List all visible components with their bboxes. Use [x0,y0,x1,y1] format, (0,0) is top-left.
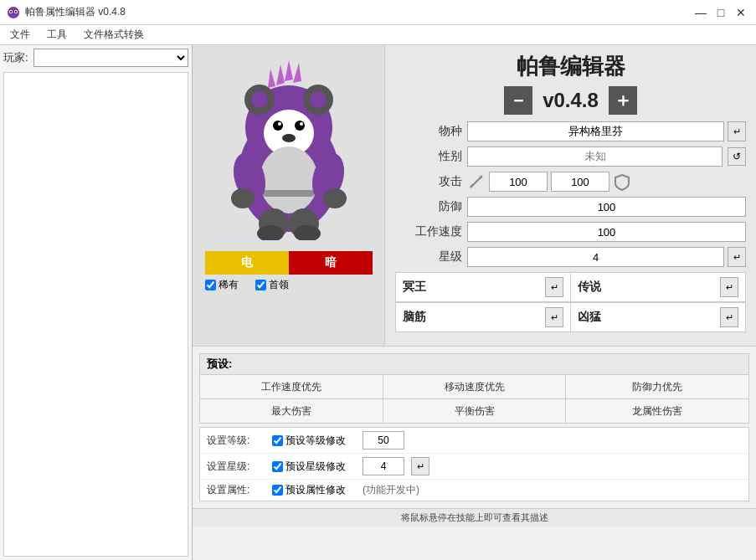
preset-row2: 最大伤害 平衡伤害 龙属性伤害 [200,399,748,423]
minimize-button[interactable]: — [692,4,709,21]
star-check-label[interactable]: 预设星级修改 [272,460,356,474]
menu-format[interactable]: 文件格式转换 [80,26,147,44]
gender-label: 性别 [395,149,462,164]
element-checkbox[interactable] [272,485,283,496]
pal-traits: 稀有 首领 [205,278,373,292]
title-bar: 帕鲁属性编辑器 v0.4.8 — □ ✕ [0,0,756,25]
level-settings-row: 设置等级: 预设等级修改 50 [200,428,748,454]
attack-row: 攻击 100 100 [395,172,746,192]
skill4-arrow-btn[interactable]: ↵ [720,307,738,327]
star-settings-input[interactable]: 4 [363,457,404,475]
defense-input[interactable]: 100 [467,197,746,217]
skill4-name: 凶猛 [578,310,601,325]
skill3-arrow-btn[interactable]: ↵ [545,307,563,327]
sword-icon [467,172,486,191]
svg-point-10 [310,91,327,108]
menu-tools[interactable]: 工具 [44,26,70,44]
title-controls: — □ ✕ [692,4,749,21]
skills-row1: 冥王 ↵ 传说 ↵ [395,272,746,302]
level-checkbox[interactable] [272,435,283,446]
editor-header: 帕鲁编辑器 [395,52,746,81]
star-settings-checkbox[interactable] [272,461,283,472]
shield-right-icon [613,172,631,191]
attack-label: 攻击 [395,174,462,189]
svg-point-19 [295,121,305,131]
skill1-box: 冥王 ↵ [395,272,571,302]
svg-point-20 [278,122,281,126]
svg-marker-12 [285,60,293,81]
preset-balance-btn[interactable]: 平衡伤害 [383,399,567,423]
pal-image [205,56,373,240]
skill2-arrow-btn[interactable]: ↵ [720,277,738,297]
workspeed-input[interactable]: 100 [467,222,746,242]
menu-file[interactable]: 文件 [7,26,33,44]
attack-input1[interactable]: 100 [489,172,548,192]
star-settings-arrow[interactable]: ↵ [411,457,429,475]
pal-image-container [205,52,373,244]
level-input[interactable]: 50 [363,431,404,450]
workspeed-row: 工作速度 100 [395,222,746,242]
svg-point-23 [260,146,318,213]
gender-refresh-btn[interactable]: ↺ [728,147,746,166]
pal-image-section: 电 暗 稀有 首领 [193,45,385,346]
skills-row2: 脑筋 ↵ 凶猛 ↵ [395,302,746,332]
star-settings-label: 设置星级: [207,460,265,474]
svg-point-0 [8,7,19,18]
preset-defense-btn[interactable]: 防御力优先 [566,375,748,398]
attack-input2[interactable]: 100 [551,172,609,192]
svg-marker-11 [276,64,285,85]
trait-boss[interactable]: 首领 [255,278,289,292]
pal-list [3,72,188,557]
preset-row1: 工作速度优先 移动速度优先 防御力优先 [200,375,748,399]
right-panel: 电 暗 稀有 首领 [193,45,756,560]
close-button[interactable]: ✕ [733,4,749,21]
svg-point-18 [273,121,283,131]
star-input[interactable]: 4 [467,247,724,267]
gender-value: 未知 [467,146,723,167]
element-check-label[interactable]: 预设属性修改 [272,483,356,497]
trait-rare[interactable]: 稀有 [205,278,239,292]
skill3-name: 脑筋 [403,310,426,325]
svg-rect-32 [264,190,314,197]
pal-area: 电 暗 稀有 首领 [193,45,756,347]
player-label: 玩家: [3,50,28,65]
level-check-label[interactable]: 预设等级修改 [272,434,356,448]
player-select[interactable] [33,49,188,67]
type-electric: 电 [205,251,289,275]
presets-title: 预设: [200,354,748,375]
bottom-area: 预设: 工作速度优先 移动速度优先 防御力优先 最大伤害 平衡伤害 龙属性伤害 … [193,347,756,508]
skill1-arrow-btn[interactable]: ↵ [545,277,563,297]
species-value: 异构格里芬 [467,121,724,141]
element-settings-row: 设置属性: 预设属性修改 (功能开发中) [200,480,748,501]
star-arrow-btn[interactable]: ↵ [728,247,746,267]
boss-checkbox[interactable] [255,280,266,290]
left-panel: 玩家: [0,45,193,560]
player-row: 玩家: [3,49,188,67]
status-bar: 将鼠标悬停在技能上即可查看其描述 [193,508,756,527]
version-text: v0.4.8 [543,89,599,112]
plus-button[interactable]: ＋ [609,86,637,115]
minus-button[interactable]: － [504,86,532,115]
preset-dragon-btn[interactable]: 龙属性伤害 [566,399,748,423]
species-arrow-btn[interactable]: ↵ [728,121,746,141]
preset-workspeed-btn[interactable]: 工作速度优先 [200,375,383,398]
editor-title: 帕鲁编辑器 [395,52,746,81]
menu-bar: 文件 工具 文件格式转换 [0,25,756,45]
app-title: 帕鲁属性编辑器 v0.4.8 [25,5,126,19]
maximize-button[interactable]: □ [712,4,729,21]
preset-movespeed-btn[interactable]: 移动速度优先 [383,375,567,398]
svg-point-27 [323,188,347,208]
svg-point-3 [10,11,12,13]
rare-checkbox[interactable] [205,280,216,290]
svg-marker-13 [293,63,301,83]
star-label: 星级 [395,249,462,265]
defense-row: 防御 100 [395,197,746,217]
defense-label: 防御 [395,199,462,214]
type-dark: 暗 [289,251,373,275]
settings-section: 设置等级: 预设等级修改 50 设置星级: 预设星级修改 4 ↵ [199,427,749,501]
level-settings-label: 设置等级: [207,434,265,448]
preset-maxdmg-btn[interactable]: 最大伤害 [200,399,383,423]
stats-section: 帕鲁编辑器 － v0.4.8 ＋ 物种 异构格里芬 ↵ 性 [385,45,756,346]
svg-point-22 [282,134,296,142]
presets-section: 预设: 工作速度优先 移动速度优先 防御力优先 最大伤害 平衡伤害 龙属性伤害 [199,353,749,424]
